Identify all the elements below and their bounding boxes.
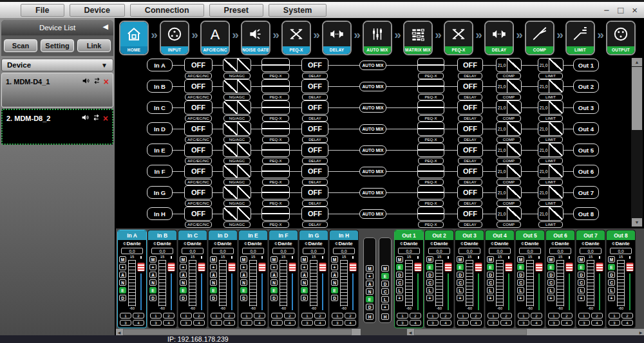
dsp-block-noise-gate[interactable]: NG/AGC <box>223 100 251 122</box>
routing-button-1[interactable]: 1 <box>548 313 560 319</box>
channel-button-d[interactable]: D <box>578 272 585 278</box>
routing-button-3[interactable]: 3 <box>150 320 162 326</box>
routing-button-1[interactable]: 1 <box>609 313 620 319</box>
auto-mix-node[interactable]: AUTO MIX <box>359 124 386 134</box>
channel-button-d[interactable]: D <box>547 272 554 278</box>
routing-button-2[interactable]: 2 <box>440 313 451 319</box>
channel-button-d[interactable]: D <box>608 272 615 278</box>
routing-button-3[interactable]: 3 <box>427 320 439 326</box>
dsp-block-delay-in[interactable]: OFFDELAY <box>301 79 328 100</box>
channel-button-m[interactable]: M <box>457 256 464 263</box>
scroll-left-icon[interactable]: ◀ <box>407 329 413 335</box>
channel-button-e[interactable]: E <box>270 287 278 293</box>
toolbar-item-limit[interactable]: LIMIT <box>565 21 595 55</box>
routing-button-4[interactable]: 4 <box>410 320 421 326</box>
toolbar-item-output[interactable]: OUTPUT <box>606 21 636 55</box>
channel-button-l[interactable]: L <box>487 287 494 293</box>
input-channel-label[interactable]: In H <box>147 207 173 220</box>
channel-button-m[interactable]: M <box>517 256 524 263</box>
menu-item-system[interactable]: System <box>269 4 327 17</box>
fader-knob[interactable] <box>505 263 513 272</box>
channel-button-plus[interactable]: + <box>426 295 433 301</box>
routing-button-3[interactable]: 3 <box>488 320 499 326</box>
input-channel-strip[interactable]: In E©Dante0,0M+ANED15-601234 <box>238 230 268 328</box>
input-channel-strip[interactable]: In G©Dante0,0M+ANED15-601234 <box>299 230 328 328</box>
channel-button-e[interactable]: E <box>517 264 524 270</box>
fader-knob[interactable] <box>444 263 452 272</box>
dsp-block-peq-in[interactable]: PEQ-X <box>261 58 290 79</box>
input-strips-scrollbar[interactable]: ◀ <box>116 329 361 335</box>
scroll-right-icon[interactable]: ▶ <box>638 329 644 335</box>
dsp-block-limit[interactable]: 21,0LIMIT <box>538 143 564 164</box>
dsp-block-peq-out[interactable]: PEQ-X <box>417 100 444 122</box>
device-dropdown[interactable]: Device ▼ <box>1 59 113 71</box>
routing-button-2[interactable]: 2 <box>621 313 633 319</box>
channel-button-plus[interactable]: + <box>547 295 554 301</box>
maximize-button[interactable]: □ <box>618 3 623 17</box>
input-channel-label[interactable]: In A <box>147 59 173 71</box>
routing-button-4[interactable]: 4 <box>314 320 326 326</box>
toolbar-item-peq-x[interactable]: PEQ-X <box>281 21 311 55</box>
gain-value-display[interactable]: 0,0 <box>610 248 632 254</box>
channel-strip-header[interactable]: In F <box>269 230 298 240</box>
channel-button-e[interactable]: E <box>366 296 374 302</box>
channel-button-m[interactable]: M <box>547 256 554 263</box>
channel-strip-header[interactable]: In E <box>239 230 267 240</box>
auto-mix-node[interactable]: AUTO MIX <box>359 167 386 176</box>
input-channel-strip[interactable]: In D©Dante0,0M+ANED15-601234 <box>208 230 238 328</box>
scrollbar-thumb[interactable] <box>123 329 352 335</box>
dsp-block-afc[interactable]: OFFAFC/EC/NC <box>184 79 213 100</box>
channel-button-c[interactable]: C <box>487 279 494 286</box>
dsp-block-limit[interactable]: 21,0LIMIT <box>538 207 564 228</box>
dsp-block-delay-out[interactable]: OFFDELAY <box>457 143 483 164</box>
routing-button-1[interactable]: 1 <box>457 313 469 319</box>
routing-button-2[interactable]: 2 <box>470 313 482 319</box>
dsp-block-noise-gate[interactable]: NG/AGC <box>223 164 251 185</box>
channel-strip-header[interactable]: Out 1 <box>395 230 423 240</box>
toolbar-item-noise-gate[interactable]: NOISE GATE <box>241 21 270 55</box>
channel-button-a[interactable]: A <box>210 272 217 278</box>
channel-button-n[interactable]: N <box>240 279 247 286</box>
routing-button-2[interactable]: 2 <box>591 313 603 319</box>
dsp-block-limit[interactable]: 21,0LIMIT <box>538 58 564 79</box>
dsp-block-peq-in[interactable]: PEQ-X <box>261 100 290 122</box>
dsp-block-limit[interactable]: 21,0LIMIT <box>538 100 564 122</box>
channel-button-c[interactable]: C <box>578 279 585 286</box>
routing-button-3[interactable]: 3 <box>609 320 620 326</box>
channel-button-m[interactable]: M <box>608 256 615 263</box>
channel-button-d[interactable]: D <box>180 295 187 301</box>
channel-button-c[interactable]: C <box>381 288 389 295</box>
gain-value-display[interactable]: 0,0 <box>580 248 601 254</box>
dsp-block-peq-in[interactable]: PEQ-X <box>261 143 290 164</box>
remove-device-icon[interactable]: × <box>104 78 109 86</box>
output-channel-strip[interactable]: Out 3©Dante0,0MEDCL+15-601234 <box>455 230 484 328</box>
routing-button-2[interactable]: 2 <box>314 313 326 319</box>
close-button[interactable]: × <box>632 3 638 17</box>
dsp-block-comp[interactable]: 21,0COMP <box>496 100 522 122</box>
channel-button-m[interactable]: M <box>301 256 308 263</box>
routing-button-1[interactable]: 1 <box>518 313 529 319</box>
channel-button-a[interactable]: A <box>180 272 187 278</box>
auto-mix-node[interactable]: AUTO MIX <box>359 188 386 198</box>
routing-button-2[interactable]: 2 <box>500 313 512 319</box>
channel-strip-header[interactable]: In G <box>299 230 328 240</box>
routing-button-4[interactable]: 4 <box>163 320 175 326</box>
routing-button-3[interactable]: 3 <box>518 320 529 326</box>
master-input-strip[interactable]: M+ANEDH <box>363 237 376 323</box>
channel-strip-header[interactable]: Out 7 <box>576 230 605 240</box>
gain-value-display[interactable]: 0,0 <box>333 248 355 254</box>
channel-button-c[interactable]: C <box>608 279 615 286</box>
gain-value-display[interactable]: 0,0 <box>121 248 143 254</box>
channel-button-e[interactable]: E <box>457 264 464 270</box>
routing-button-3[interactable]: 3 <box>457 320 469 326</box>
routing-button-1[interactable]: 1 <box>488 313 499 319</box>
gain-value-display[interactable]: 0,0 <box>489 248 511 254</box>
input-channel-strip[interactable]: In H©Dante0,0M+ANED15-601234 <box>329 230 359 328</box>
channel-button-e[interactable]: E <box>240 287 247 293</box>
dsp-block-limit[interactable]: 21,0LIMIT <box>538 185 564 207</box>
gain-value-display[interactable]: 0,0 <box>519 248 541 254</box>
routing-button-4[interactable]: 4 <box>470 320 482 326</box>
routing-button-4[interactable]: 4 <box>223 320 235 326</box>
dsp-block-noise-gate[interactable]: NG/AGC <box>223 58 251 79</box>
routing-button-3[interactable]: 3 <box>397 320 408 326</box>
